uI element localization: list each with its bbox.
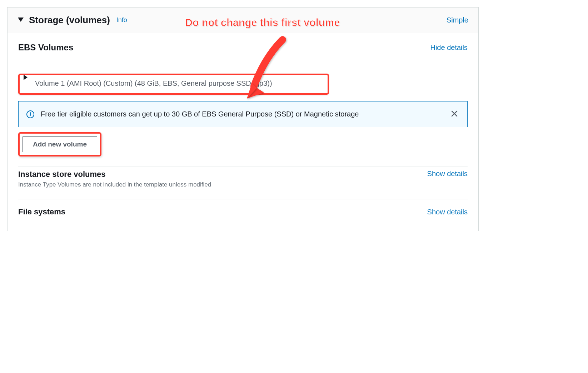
alert-close-button[interactable] — [449, 109, 459, 120]
info-icon: i — [26, 110, 34, 118]
hide-details-link[interactable]: Hide details — [430, 44, 468, 52]
expand-volume-1-button[interactable] — [23, 74, 28, 81]
add-volume-highlight: Add new volume — [18, 132, 101, 156]
divider — [18, 59, 468, 59]
alert-text: Free tier eligible customers can get up … — [41, 110, 443, 118]
filesystems-show-details-link[interactable]: Show details — [427, 208, 468, 216]
caret-right-icon — [23, 74, 28, 80]
free-tier-alert: i Free tier eligible customers can get u… — [18, 101, 468, 127]
panel-header: Storage (volumes) Info Simple — [8, 8, 478, 33]
ebs-section-header: EBS Volumes Hide details — [8, 33, 478, 59]
panel-title: Storage (volumes) — [29, 15, 110, 26]
info-link[interactable]: Info — [116, 16, 127, 24]
file-systems-title: File systems — [18, 207, 65, 217]
instance-store-title: Instance store volumes — [18, 170, 211, 179]
caret-down-icon — [18, 17, 24, 22]
file-systems-section: File systems Show details — [8, 199, 478, 231]
instance-show-details-link[interactable]: Show details — [427, 170, 468, 178]
volume-1-container: Volume 1 (AMI Root) (Custom) (48 GiB, EB… — [18, 74, 468, 95]
instance-store-section: Instance store volumes Instance Type Vol… — [8, 167, 478, 199]
instance-store-text: Instance store volumes Instance Type Vol… — [18, 170, 211, 188]
storage-panel: Do not change this first volume Storage … — [7, 7, 479, 231]
collapse-storage-button[interactable] — [18, 17, 24, 23]
volume-1-label: Volume 1 (AMI Root) (Custom) (48 GiB, EB… — [35, 79, 272, 88]
volume-1-highlight: Volume 1 (AMI Root) (Custom) (48 GiB, EB… — [18, 74, 329, 95]
close-icon — [451, 110, 458, 117]
ebs-title: EBS Volumes — [18, 43, 73, 53]
simple-view-link[interactable]: Simple — [447, 16, 468, 24]
instance-store-subtitle: Instance Type Volumes are not included i… — [18, 181, 211, 188]
add-new-volume-button[interactable]: Add new volume — [23, 136, 97, 152]
